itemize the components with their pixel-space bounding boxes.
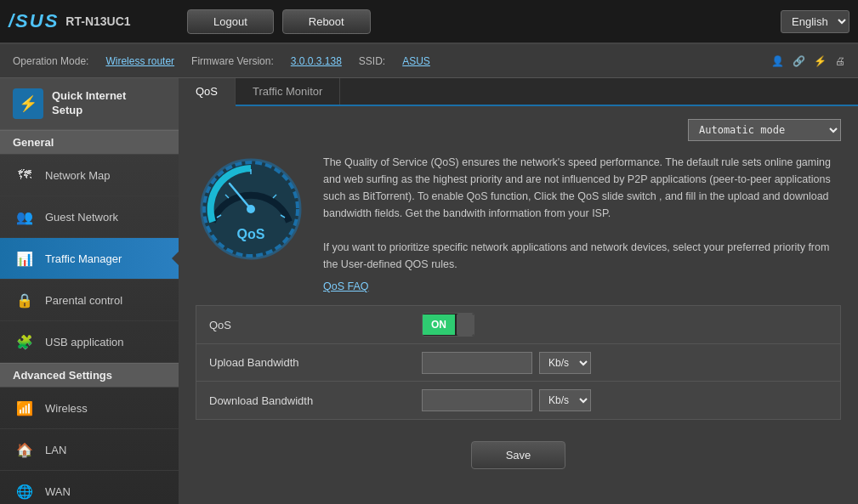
qos-toggle-switch[interactable]: ON xyxy=(422,313,474,337)
sidebar-label-lan: LAN xyxy=(45,444,66,456)
info-description: The Quality of Service (QoS) ensures the… xyxy=(323,154,841,273)
sidebar: ⚡ Quick InternetSetup General 🗺 Network … xyxy=(0,78,179,504)
header-buttons: Logout Reboot xyxy=(187,9,781,34)
svg-text:QoS: QoS xyxy=(237,227,265,241)
main-content: QoS Traffic Monitor Automatic mode Manua… xyxy=(179,78,858,504)
sidebar-label-network-map: Network Map xyxy=(45,169,111,182)
sidebar-item-lan[interactable]: 🏠 LAN xyxy=(0,429,179,471)
quick-setup-item[interactable]: ⚡ Quick InternetSetup xyxy=(0,78,179,130)
logo-asus: /SUS xyxy=(9,10,59,32)
lan-icon: 🏠 xyxy=(13,438,37,462)
qos-toggle-control: ON xyxy=(409,306,840,343)
logo-model: RT-N13UC1 xyxy=(65,14,130,28)
upload-input[interactable] xyxy=(422,352,532,374)
firmware-label: Firmware Version: xyxy=(191,55,274,67)
qos-toggle-row: QoS ON xyxy=(196,306,840,344)
layout: ⚡ Quick InternetSetup General 🗺 Network … xyxy=(0,78,858,504)
upload-bandwidth-row: Upload Bandwidth Kb/s Mb/s xyxy=(196,344,840,382)
general-section-header: General xyxy=(0,130,179,155)
upload-unit-select[interactable]: Kb/s Mb/s xyxy=(539,352,591,374)
quick-setup-label: Quick InternetSetup xyxy=(52,89,126,118)
parental-control-icon: 🔒 xyxy=(13,288,37,312)
download-control: Kb/s Mb/s xyxy=(409,382,840,418)
info-text-area: The Quality of Service (QoS) ensures the… xyxy=(323,154,841,292)
sidebar-label-wan: WAN xyxy=(45,485,71,498)
header-icons: 👤 🔗 ⚡ 🖨 xyxy=(771,55,845,67)
wireless-icon: 📶 xyxy=(13,396,37,420)
info-box: QoS The Quality of Service (QoS) ensures… xyxy=(196,154,841,292)
firmware-value[interactable]: 3.0.0.3.138 xyxy=(291,55,342,67)
printer-icon: 🖨 xyxy=(835,55,845,67)
upload-label: Upload Bandwidth xyxy=(196,348,409,377)
network-map-icon: 🗺 xyxy=(13,163,37,187)
tab-qos[interactable]: QoS xyxy=(179,78,236,106)
content-area: Automatic mode Manual mode Disable xyxy=(179,106,858,504)
ssid-value[interactable]: ASUS xyxy=(402,55,430,67)
operation-mode-label: Operation Mode: xyxy=(13,55,88,67)
ssid-label: SSID: xyxy=(359,55,385,67)
sidebar-label-guest-network: Guest Network xyxy=(45,211,118,224)
sidebar-item-usb-application[interactable]: 🧩 USB application xyxy=(0,321,179,363)
sidebar-label-wireless: Wireless xyxy=(45,402,88,415)
user-icon: 👤 xyxy=(771,55,784,67)
sidebar-item-wan[interactable]: 🌐 WAN xyxy=(0,471,179,504)
svg-point-3 xyxy=(247,205,255,213)
reboot-button[interactable]: Reboot xyxy=(282,9,371,34)
network-icon: 🔗 xyxy=(793,55,805,67)
language-select[interactable]: English 中文 日本語 xyxy=(781,10,849,33)
operation-mode-value[interactable]: Wireless router xyxy=(105,55,174,67)
mode-row: Automatic mode Manual mode Disable xyxy=(196,119,841,141)
download-input[interactable] xyxy=(422,389,532,411)
toggle-on-label: ON xyxy=(423,314,455,335)
qos-gauge: QoS xyxy=(196,154,306,264)
sidebar-label-traffic-manager: Traffic Manager xyxy=(45,252,122,265)
download-unit-select[interactable]: Kb/s Mb/s xyxy=(539,389,591,411)
tabs: QoS Traffic Monitor xyxy=(179,78,858,106)
sidebar-item-network-map[interactable]: 🗺 Network Map xyxy=(0,155,179,196)
qos-label: QoS xyxy=(196,310,409,340)
mode-select[interactable]: Automatic mode Manual mode Disable xyxy=(688,119,841,141)
sidebar-label-usb-application: USB application xyxy=(45,336,124,348)
sidebar-item-wireless[interactable]: 📶 Wireless xyxy=(0,388,179,429)
logo-area: /SUS RT-N13UC1 xyxy=(9,10,187,32)
sidebar-item-guest-network[interactable]: 👥 Guest Network xyxy=(0,196,179,238)
save-row: Save xyxy=(196,433,841,478)
advanced-section-header: Advanced Settings xyxy=(0,363,179,388)
upload-control: Kb/s Mb/s xyxy=(409,345,840,381)
sidebar-item-parental-control[interactable]: 🔒 Parental control xyxy=(0,280,179,321)
tab-traffic-monitor[interactable]: Traffic Monitor xyxy=(236,78,340,105)
logout-button[interactable]: Logout xyxy=(187,9,274,34)
save-button[interactable]: Save xyxy=(471,441,566,469)
sidebar-item-traffic-manager[interactable]: 📊 Traffic Manager xyxy=(0,238,179,280)
language-selector: English 中文 日本語 xyxy=(781,10,849,33)
form-table: QoS ON Upload Bandwidth Kb/s xyxy=(196,305,841,420)
toggle-knob xyxy=(457,314,474,336)
usb-application-icon: 🧩 xyxy=(13,330,37,354)
download-bandwidth-row: Download Bandwidth Kb/s Mb/s xyxy=(196,382,840,419)
usb-icon: ⚡ xyxy=(814,55,827,67)
quick-setup-icon: ⚡ xyxy=(13,88,43,119)
traffic-manager-icon: 📊 xyxy=(13,246,37,270)
qos-faq-link[interactable]: QoS FAQ xyxy=(323,280,369,292)
guest-network-icon: 👥 xyxy=(13,205,37,229)
wan-icon: 🌐 xyxy=(13,479,37,503)
sidebar-label-parental-control: Parental control xyxy=(45,294,122,307)
download-label: Download Bandwidth xyxy=(196,386,409,416)
sub-header: Operation Mode: Wireless router Firmware… xyxy=(0,44,858,78)
header: /SUS RT-N13UC1 Logout Reboot English 中文 … xyxy=(0,0,858,44)
